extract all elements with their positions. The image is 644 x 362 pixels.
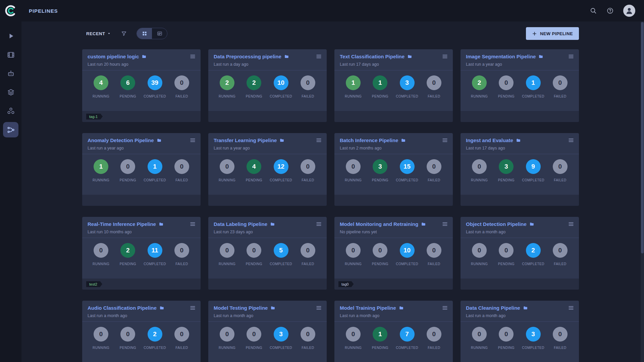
card-menu-button[interactable]	[316, 221, 322, 227]
card-menu-button[interactable]	[190, 53, 196, 60]
hamburger-icon	[568, 305, 574, 311]
pipeline-card[interactable]: Batch Inference PipelineLast run 2 month…	[334, 133, 453, 206]
sidebar-item-applications[interactable]	[3, 103, 18, 119]
pipeline-card[interactable]: Model Testing PipelineLast run a month a…	[208, 301, 327, 362]
pipeline-card[interactable]: Data Cleaning PipelineLast run a month a…	[461, 301, 579, 362]
stat-pending: 2PENDING	[240, 75, 267, 98]
stat-pending-label: PENDING	[372, 262, 388, 266]
stat-completed-label: COMPLETED	[144, 346, 166, 350]
stat-failed: 0FAILED	[421, 75, 447, 98]
stat-completed-count: 2	[148, 327, 162, 342]
pipeline-title[interactable]: Model Monitoring and Retraining	[340, 221, 418, 227]
scrollbar[interactable]	[641, 21, 644, 362]
sidebar-item-workers[interactable]	[3, 66, 18, 81]
new-pipeline-button[interactable]: NEW PIPELINE	[526, 27, 579, 40]
pipeline-card[interactable]: Transfer Learning PipelineLast run a yea…	[208, 133, 327, 206]
pipeline-title[interactable]: custom pipeline logic	[88, 54, 139, 59]
sidebar-item-dashboard[interactable]	[3, 28, 18, 44]
stat-failed-label: FAILED	[302, 262, 314, 266]
help-icon[interactable]	[606, 7, 614, 14]
card-menu-button[interactable]	[442, 137, 448, 143]
pipeline-card[interactable]: Real-Time Inference PipelineLast run 10 …	[82, 217, 201, 290]
card-stats: 0RUNNING3PENDING9COMPLETED0FAILED	[461, 154, 579, 182]
hamburger-icon	[316, 221, 322, 227]
pipeline-title[interactable]: Model Testing Pipeline	[214, 305, 268, 311]
card-menu-button[interactable]	[568, 137, 574, 143]
stat-running-label: RUNNING	[219, 346, 235, 350]
card-menu-button[interactable]	[568, 305, 574, 311]
pipeline-title[interactable]: Text Classification Pipeline	[340, 54, 405, 59]
pipeline-tag: tag0	[338, 281, 354, 287]
pipeline-card[interactable]: Image Segmentation PipelineLast run a ye…	[461, 49, 579, 122]
grid-view-button[interactable]	[137, 28, 152, 39]
user-avatar[interactable]	[623, 5, 635, 17]
stat-running-label: RUNNING	[471, 178, 488, 182]
stat-running-label: RUNNING	[93, 178, 109, 182]
card-menu-button[interactable]	[568, 53, 574, 60]
stat-failed-count: 0	[301, 75, 315, 90]
stat-running-label: RUNNING	[345, 95, 362, 98]
search-icon[interactable]	[590, 7, 597, 14]
pipeline-card[interactable]: Model Training PipelineLast run a month …	[334, 301, 453, 362]
stat-pending-label: PENDING	[498, 346, 515, 350]
card-menu-button[interactable]	[190, 305, 196, 311]
card-menu-button[interactable]	[316, 305, 322, 311]
pipeline-card[interactable]: custom pipeline logicLast run 20 hours a…	[82, 49, 201, 122]
stat-running-count: 0	[472, 243, 487, 258]
sidebar-item-projects[interactable]	[3, 47, 18, 62]
pipeline-title[interactable]: Transfer Learning Pipeline	[214, 137, 277, 143]
stat-running: 1RUNNING	[340, 75, 367, 98]
sort-dropdown[interactable]: RECENT	[86, 31, 111, 36]
scrollbar-thumb[interactable]	[641, 22, 644, 253]
pipeline-title[interactable]: Audio Classification Pipeline	[88, 305, 157, 311]
card-menu-button[interactable]	[316, 137, 322, 143]
stat-running: 2RUNNING	[466, 75, 493, 98]
pipeline-card[interactable]: Data Preprocessing pipelineLast run a da…	[208, 49, 327, 122]
card-footer	[461, 195, 579, 206]
pipeline-title[interactable]: Data Preprocessing pipeline	[214, 54, 281, 59]
pipeline-title[interactable]: Ingest and Evaluate	[466, 137, 513, 143]
clearml-logo[interactable]	[0, 4, 21, 17]
pipeline-card[interactable]: Audio Classification PipelineLast run a …	[82, 301, 201, 362]
stat-completed: 1COMPLETED	[142, 159, 168, 182]
pipeline-card[interactable]: Anomaly Detection PipelineLast run a yea…	[82, 133, 201, 206]
pipeline-title[interactable]: Object Detection Pipeline	[466, 221, 527, 227]
sidebar-item-pipelines[interactable]	[3, 122, 18, 137]
pipeline-card[interactable]: Data Labeling PipelineLast run 23 days a…	[208, 217, 327, 290]
pipeline-card[interactable]: Text Classification PipelineLast run 17 …	[334, 49, 453, 122]
pipeline-card[interactable]: Model Monitoring and RetrainingNo pipeli…	[334, 217, 453, 290]
card-menu-button[interactable]	[316, 53, 322, 60]
pipeline-title[interactable]: Real-Time Inference Pipeline	[88, 221, 156, 227]
card-stats: 0RUNNING0PENDING2COMPLETED0FAILED	[461, 238, 579, 266]
stat-failed-count: 0	[301, 243, 315, 258]
pipeline-title[interactable]: Image Segmentation Pipeline	[466, 54, 536, 59]
filter-button[interactable]	[121, 31, 127, 37]
stat-pending-label: PENDING	[120, 178, 136, 182]
pipeline-card[interactable]: Object Detection PipelineLast run a mont…	[461, 217, 579, 290]
pipeline-title[interactable]: Data Labeling Pipeline	[214, 221, 267, 227]
card-menu-button[interactable]	[190, 221, 196, 227]
main-content: RECENT	[21, 21, 644, 362]
list-view-button[interactable]	[152, 28, 167, 39]
stat-failed: 0FAILED	[168, 243, 195, 266]
stat-completed: 5COMPLETED	[268, 243, 294, 266]
pipeline-title[interactable]: Model Training Pipeline	[340, 305, 396, 311]
sidebar-item-datasets[interactable]	[3, 84, 18, 100]
stat-running-count: 0	[346, 327, 361, 342]
pipeline-title[interactable]: Data Cleaning Pipeline	[466, 305, 520, 311]
pipeline-title[interactable]: Batch Inference Pipeline	[340, 137, 398, 143]
card-menu-button[interactable]	[442, 221, 448, 227]
pipeline-card[interactable]: Ingest and EvaluateLast run 17 days ago0…	[461, 133, 579, 206]
card-menu-button[interactable]	[190, 137, 196, 143]
card-stats: 0RUNNING3PENDING15COMPLETED0FAILED	[334, 154, 453, 182]
card-menu-button[interactable]	[442, 305, 448, 311]
stat-running-label: RUNNING	[93, 262, 109, 266]
stat-completed-count: 1	[148, 159, 162, 174]
card-menu-button[interactable]	[568, 221, 574, 227]
stat-running: 0RUNNING	[88, 243, 114, 266]
pipeline-title[interactable]: Anomaly Detection Pipeline	[88, 137, 154, 143]
card-menu-button[interactable]	[442, 53, 448, 60]
hamburger-icon	[568, 221, 574, 227]
stat-completed: 2COMPLETED	[142, 327, 168, 350]
stat-pending: 0PENDING	[114, 159, 141, 182]
